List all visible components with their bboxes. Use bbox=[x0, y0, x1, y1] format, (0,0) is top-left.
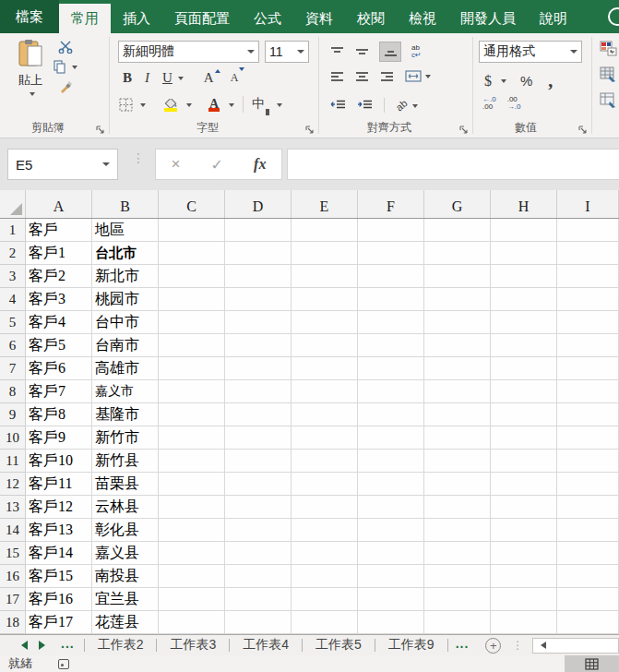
column-header-G[interactable]: G bbox=[424, 190, 491, 218]
cancel-button[interactable]: × bbox=[172, 155, 181, 174]
row-header-13[interactable]: 13 bbox=[0, 496, 26, 519]
cell-H13[interactable] bbox=[491, 496, 557, 519]
column-header-A[interactable]: A bbox=[26, 190, 92, 218]
cell-A10[interactable]: 客戶9 bbox=[26, 426, 92, 450]
cell-styles-icon[interactable] bbox=[600, 92, 618, 109]
cell-F18[interactable] bbox=[358, 611, 424, 634]
cell-D4[interactable] bbox=[225, 288, 292, 311]
cell-E6[interactable] bbox=[292, 334, 358, 357]
cell-C7[interactable] bbox=[159, 357, 225, 380]
cell-F9[interactable] bbox=[358, 403, 424, 426]
font-size-dropdown-icon[interactable] bbox=[297, 50, 304, 57]
orientation-button[interactable]: ab bbox=[394, 97, 410, 113]
cell-D13[interactable] bbox=[225, 496, 292, 519]
record-macro-icon[interactable] bbox=[58, 659, 69, 669]
cell-C18[interactable] bbox=[159, 611, 225, 634]
cell-I7[interactable] bbox=[557, 357, 619, 380]
row-header-6[interactable]: 6 bbox=[0, 334, 26, 357]
ribbon-tab-檢視[interactable]: 檢視 bbox=[397, 4, 448, 33]
font-dialog-launcher-icon[interactable] bbox=[305, 126, 315, 135]
cell-I11[interactable] bbox=[557, 450, 619, 473]
cell-F11[interactable] bbox=[358, 450, 424, 473]
cell-G4[interactable] bbox=[424, 288, 491, 311]
cell-D1[interactable] bbox=[225, 219, 292, 242]
comma-button[interactable]: , bbox=[548, 70, 553, 91]
ribbon-tab-說明[interactable]: 說明 bbox=[528, 4, 579, 33]
cell-D5[interactable] bbox=[225, 311, 292, 334]
cell-B10[interactable]: 新竹市 bbox=[92, 426, 159, 450]
cell-D15[interactable] bbox=[225, 542, 292, 565]
row-header-2[interactable]: 2 bbox=[0, 242, 26, 265]
ribbon-tab-插入[interactable]: 插入 bbox=[111, 4, 162, 33]
cell-H10[interactable] bbox=[491, 426, 557, 450]
row-header-15[interactable]: 15 bbox=[0, 542, 26, 565]
name-box[interactable]: E5 bbox=[7, 149, 118, 180]
cell-A15[interactable]: 客戶14 bbox=[26, 542, 92, 565]
sheet-tab-工作表9[interactable]: 工作表9 bbox=[375, 635, 447, 655]
cell-H9[interactable] bbox=[491, 403, 557, 426]
cell-G18[interactable] bbox=[424, 611, 491, 634]
cell-H5[interactable] bbox=[491, 311, 557, 334]
horizontal-scrollbar[interactable] bbox=[532, 638, 619, 654]
font-color-dropdown-icon[interactable] bbox=[229, 103, 234, 110]
cell-C2[interactable] bbox=[159, 242, 225, 265]
row-header-12[interactable]: 12 bbox=[0, 473, 26, 496]
formula-input[interactable] bbox=[287, 149, 619, 180]
cell-B11[interactable]: 新竹县 bbox=[92, 450, 159, 473]
cell-F13[interactable] bbox=[358, 496, 424, 519]
align-bottom-button[interactable] bbox=[380, 42, 400, 61]
cell-A16[interactable]: 客戶15 bbox=[26, 565, 92, 588]
alignment-dialog-launcher-icon[interactable] bbox=[459, 126, 469, 135]
cell-G7[interactable] bbox=[424, 357, 491, 380]
cell-H3[interactable] bbox=[491, 265, 557, 288]
cut-button[interactable] bbox=[54, 41, 77, 54]
percent-button[interactable]: % bbox=[520, 73, 532, 89]
cell-B17[interactable]: 宜兰县 bbox=[92, 588, 159, 611]
column-header-H[interactable]: H bbox=[491, 190, 557, 218]
cell-H11[interactable] bbox=[491, 450, 557, 473]
cell-E16[interactable] bbox=[292, 565, 358, 588]
cell-I12[interactable] bbox=[557, 473, 619, 496]
cell-C13[interactable] bbox=[159, 496, 225, 519]
copy-button[interactable] bbox=[54, 60, 77, 74]
font-name-combo[interactable]: 新細明體 bbox=[118, 41, 259, 63]
cell-G16[interactable] bbox=[424, 565, 491, 588]
cell-D2[interactable] bbox=[225, 242, 292, 265]
cell-A4[interactable]: 客戶3 bbox=[26, 288, 92, 311]
cell-F8[interactable] bbox=[358, 380, 424, 403]
merge-dropdown-icon[interactable] bbox=[425, 75, 431, 81]
currency-dropdown-icon[interactable] bbox=[501, 79, 506, 86]
sheet-bar-dots-icon[interactable]: ⋮ bbox=[512, 643, 523, 647]
sheet-tabs-left-ellipsis[interactable]: ... bbox=[61, 636, 75, 651]
sheet-nav-left-icon[interactable] bbox=[17, 641, 28, 650]
cell-D14[interactable] bbox=[225, 519, 292, 542]
cell-D9[interactable] bbox=[225, 403, 292, 426]
cell-F4[interactable] bbox=[358, 288, 424, 311]
increase-decimal-button[interactable]: ←.0 .00 bbox=[482, 96, 496, 111]
grow-font-button[interactable]: A bbox=[204, 70, 214, 86]
format-as-table-icon[interactable] bbox=[600, 66, 618, 83]
cell-C3[interactable] bbox=[159, 265, 225, 288]
copy-dropdown-icon[interactable] bbox=[72, 66, 77, 72]
sheet-tab-工作表3[interactable]: 工作表3 bbox=[157, 635, 229, 655]
number-dialog-launcher-icon[interactable] bbox=[578, 126, 588, 135]
cell-H18[interactable] bbox=[491, 611, 557, 634]
cell-I10[interactable] bbox=[557, 426, 619, 450]
cell-C14[interactable] bbox=[159, 519, 225, 542]
cell-I3[interactable] bbox=[557, 265, 619, 288]
conditional-formatting-icon[interactable] bbox=[600, 41, 618, 57]
cell-H17[interactable] bbox=[491, 588, 557, 611]
cell-E1[interactable] bbox=[292, 219, 358, 242]
cell-H12[interactable] bbox=[491, 473, 557, 496]
cell-D7[interactable] bbox=[225, 357, 292, 380]
cell-G2[interactable] bbox=[424, 242, 491, 265]
cell-G1[interactable] bbox=[424, 219, 491, 242]
cell-I13[interactable] bbox=[557, 496, 619, 519]
cell-A8[interactable]: 客戶7 bbox=[26, 380, 92, 403]
cell-F6[interactable] bbox=[358, 334, 424, 357]
column-header-C[interactable]: C bbox=[159, 190, 225, 218]
cell-I18[interactable] bbox=[557, 611, 619, 634]
cell-E11[interactable] bbox=[292, 450, 358, 473]
ribbon-tab-開發人員[interactable]: 開發人員 bbox=[448, 4, 528, 33]
cell-G17[interactable] bbox=[424, 588, 491, 611]
